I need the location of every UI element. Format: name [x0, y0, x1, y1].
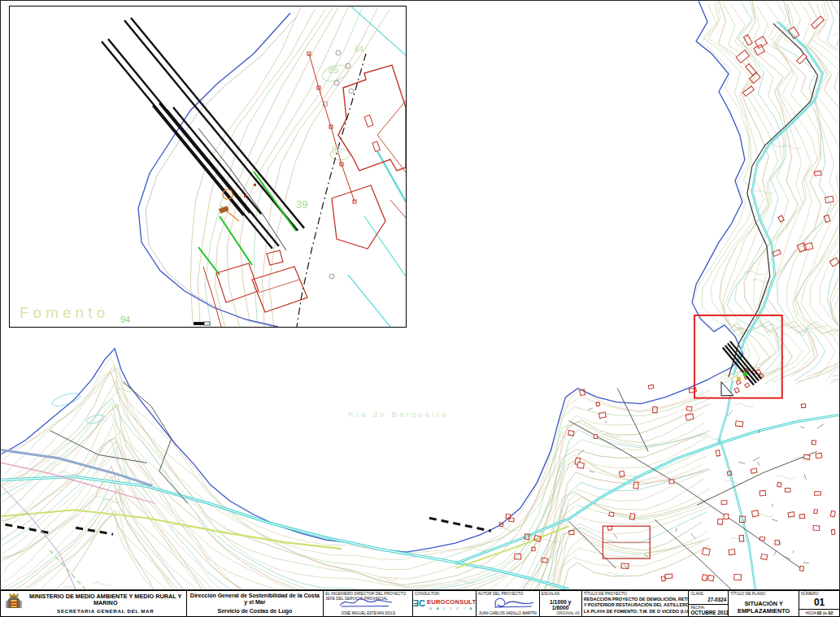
- key-date-cell: CLAVE: 27-0324 FECHA: OCTUBRE 2011: [689, 591, 729, 616]
- building: [816, 453, 822, 458]
- building: [620, 471, 625, 476]
- building: [609, 512, 614, 516]
- building: [718, 519, 723, 524]
- building: [777, 482, 781, 487]
- project-title-line3: LA PLAYA DE FOMENTO; T.M. DE O VICEDO (L…: [584, 609, 687, 615]
- building: [721, 501, 727, 505]
- director-name: JOSÉ MIGUEL ESTEVAN DOLS: [324, 611, 412, 615]
- building: [815, 492, 821, 495]
- building: [775, 540, 780, 545]
- building: [812, 441, 816, 445]
- building: [759, 537, 764, 541]
- building: [759, 490, 766, 496]
- building: [596, 402, 600, 406]
- label-contour-85: 85: [329, 65, 338, 75]
- building: [703, 548, 711, 555]
- building: [729, 550, 735, 555]
- inset-detail-map: 84 85 85 39 94 Fomento: [9, 6, 407, 328]
- building: [745, 383, 750, 388]
- author-name: JUAN CARLOS VADILLO MARTÍN: [477, 611, 539, 615]
- building: [598, 412, 606, 419]
- building: [716, 450, 720, 456]
- project-title-cell: TÍTULO DE PROYECTO: REDACCIÓN PROYECTO D…: [582, 591, 690, 616]
- consultant-cell: CONSULTOR: ƎC EUROCONSULT G A L I C I A: [413, 591, 477, 616]
- building: [686, 406, 692, 411]
- euroconsult-logo: ƎC EUROCONSULT G A L I C I A: [415, 599, 474, 610]
- date-row: FECHA: OCTUBRE 2011: [689, 604, 728, 617]
- plan-title-value: SITUACIÓN Y EMPLAZAMIENTO: [730, 600, 797, 615]
- building: [743, 35, 752, 46]
- building: [509, 518, 514, 522]
- ministry-secretary: SECRETARIA GENERAL DEL MAR: [27, 608, 185, 614]
- author-signature-cell: AUTOR DEL PROYECTO: JUAN CARLOS VADILLO …: [477, 591, 540, 616]
- title-block: MINISTERIO DE MEDIO AMBIENTE Y MEDIO RUR…: [0, 590, 840, 617]
- director-signature-cell: EL INGENIERO DIRECTOR DEL PROYECTO JEFE …: [324, 591, 413, 616]
- scales-label: ESCALAS:: [542, 592, 580, 597]
- building: [735, 421, 742, 427]
- building: [633, 482, 638, 489]
- direction-cell: Dirección General de Sostenibilidad de l…: [187, 591, 324, 616]
- label-fomento: Fomento: [20, 304, 109, 321]
- main-map: Ría do Barqueiro 84 85 85 39 94 Fomento: [0, 0, 840, 590]
- building: [702, 575, 707, 581]
- slipway: [124, 20, 298, 231]
- label-ria-do-barqueiro: Ría do Barqueiro: [348, 411, 449, 419]
- building: [761, 554, 768, 559]
- sheet-number-cell: NÚMERO: 01 HOJA 02 de 02: [799, 591, 839, 616]
- building: [831, 529, 835, 534]
- building: [685, 414, 694, 420]
- original-format: ORIGINAL A3: [556, 611, 579, 615]
- scales-value: 1/1000 y 1/6000: [542, 599, 580, 610]
- building: [577, 462, 585, 468]
- plan-title-label: TÍTULO DE PLANO:: [730, 592, 797, 597]
- building: [542, 558, 548, 563]
- scales-cell: ESCALAS: 1/1000 y 1/6000 ORIGINAL A3: [540, 591, 582, 616]
- building: [751, 468, 757, 473]
- building: [801, 404, 805, 408]
- building: [778, 215, 785, 222]
- sheet-of-sheets: HOJA 02 de 02: [799, 609, 839, 616]
- building: [568, 430, 575, 436]
- ministry-cell: MINISTERIO DE MEDIO AMBIENTE Y MEDIO RUR…: [1, 591, 187, 616]
- building: [830, 511, 835, 517]
- building: [785, 489, 790, 493]
- inset-map-canvas: 84 85 85 39 94 Fomento: [10, 7, 406, 327]
- label-contour-94: 94: [120, 315, 130, 324]
- building: [734, 574, 742, 580]
- spain-coat-of-arms-icon: [3, 592, 24, 616]
- label-contour-85b: 85: [332, 146, 342, 154]
- euroconsult-mark-icon: ƎC: [413, 599, 425, 608]
- building: [814, 171, 821, 176]
- building: [736, 380, 741, 385]
- building: [799, 515, 805, 519]
- key-row: CLAVE: 27-0324: [689, 591, 728, 604]
- coast-service: Servicio de Costas de Lugo: [189, 608, 322, 615]
- building: [594, 435, 597, 439]
- label-contour-39: 39: [296, 198, 307, 211]
- key-value: 27-0324: [690, 597, 726, 602]
- euroconsult-name: EUROCONSULT: [427, 599, 476, 606]
- building: [707, 575, 714, 580]
- building: [803, 454, 810, 459]
- direction-general: Dirección General de Sostenibilidad de l…: [189, 593, 322, 606]
- project-title-line2: Y POSTERIOR RESTAURACIÓN DEL ASTILLERO D…: [584, 602, 687, 608]
- euroconsult-region: G A L I C I A: [427, 606, 476, 610]
- ministry-name: MINISTERIO DE MEDIO AMBIENTE Y MEDIO RUR…: [27, 593, 185, 607]
- building: [669, 480, 674, 484]
- building: [734, 388, 739, 393]
- plan-title-cell: TÍTULO DE PLANO: SITUACIÓN Y EMPLAZAMIEN…: [729, 591, 799, 616]
- consultant-label: CONSULTOR:: [415, 592, 474, 597]
- plan-sheet: Ría do Barqueiro 84 85 85 39 94 Fomento: [0, 0, 840, 617]
- building: [648, 385, 654, 389]
- date-value: OCTUBRE 2011: [690, 610, 726, 615]
- building: [751, 511, 759, 517]
- author-signature-icon: [490, 596, 538, 609]
- director-signature-icon: [337, 596, 395, 609]
- label-contour-84: 84: [355, 45, 364, 54]
- slipway: [102, 41, 272, 249]
- building: [661, 576, 665, 581]
- building: [788, 512, 794, 518]
- building: [724, 514, 729, 519]
- building: [665, 574, 672, 579]
- building: [814, 510, 818, 514]
